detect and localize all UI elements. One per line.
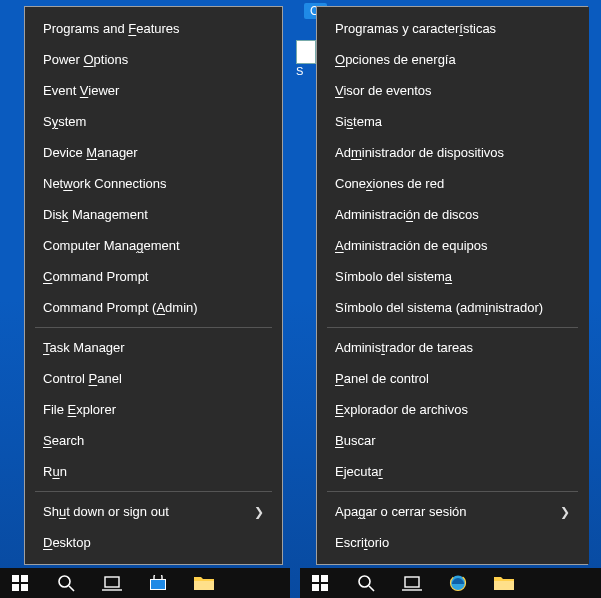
menu-item-apagar-o-cerrar-sesion[interactable]: Apagar o cerrar sesión❯: [317, 496, 588, 527]
menu-item-run[interactable]: Run: [25, 456, 282, 487]
start-taskbar-button[interactable]: [2, 569, 38, 597]
menu-item-label: Programas y características: [335, 21, 496, 36]
menu-item-label: Símbolo del sistema: [335, 269, 452, 284]
task-view-taskbar-button[interactable]: [94, 569, 130, 597]
taskbar-left: [0, 568, 290, 598]
task-view-icon: [102, 575, 122, 591]
menu-item-label: Explorador de archivos: [335, 402, 468, 417]
winx-menu-english[interactable]: Programs and FeaturesPower OptionsEvent …: [24, 6, 283, 565]
menu-separator: [35, 491, 272, 492]
menu-item-panel-de-control[interactable]: Panel de control: [317, 363, 588, 394]
menu-item-ejecutar[interactable]: Ejecutar: [317, 456, 588, 487]
menu-item-search[interactable]: Search: [25, 425, 282, 456]
svg-rect-12: [312, 584, 319, 591]
background-desktop-icon: S: [296, 40, 318, 77]
svg-rect-16: [405, 577, 419, 587]
winx-menu-spanish[interactable]: Programas y característicasOpciones de e…: [316, 6, 588, 565]
chevron-right-icon: ❯: [560, 505, 570, 519]
file-explorer-taskbar-button[interactable]: [186, 569, 222, 597]
menu-item-escritorio[interactable]: Escritorio: [317, 527, 588, 558]
svg-rect-10: [312, 575, 319, 582]
menu-item-explorador-de-archivos[interactable]: Explorador de archivos: [317, 394, 588, 425]
file-explorer-icon: [194, 575, 214, 591]
menu-item-label: Administrador de dispositivos: [335, 145, 504, 160]
menu-item-event-viewer[interactable]: Event Viewer: [25, 75, 282, 106]
store-taskbar-button[interactable]: [140, 569, 176, 597]
menu-item-label: Programs and Features: [43, 21, 180, 36]
menu-item-programas-y-caracteristicas[interactable]: Programas y características: [317, 13, 588, 44]
svg-rect-6: [105, 577, 119, 587]
svg-rect-0: [12, 575, 19, 582]
menu-separator: [35, 327, 272, 328]
file-explorer-taskbar-button[interactable]: [486, 569, 522, 597]
svg-line-5: [69, 586, 74, 591]
menu-item-label: Sistema: [335, 114, 382, 129]
search-icon: [57, 574, 75, 592]
menu-item-administracion-de-discos[interactable]: Administración de discos: [317, 199, 588, 230]
menu-item-label: Desktop: [43, 535, 91, 550]
menu-item-label: Símbolo del sistema (administrador): [335, 300, 543, 315]
menu-item-sistema[interactable]: Sistema: [317, 106, 588, 137]
menu-item-label: Power Options: [43, 52, 128, 67]
menu-item-task-manager[interactable]: Task Manager: [25, 332, 282, 363]
menu-item-administrador-de-tareas[interactable]: Administrador de tareas: [317, 332, 588, 363]
menu-item-system[interactable]: System: [25, 106, 282, 137]
menu-item-command-prompt-admin[interactable]: Command Prompt (Admin): [25, 292, 282, 323]
svg-rect-9: [194, 581, 214, 590]
menu-item-conexiones-de-red[interactable]: Conexiones de red: [317, 168, 588, 199]
menu-item-programs-and-features[interactable]: Programs and Features: [25, 13, 282, 44]
menu-separator: [327, 327, 578, 328]
menu-item-power-options[interactable]: Power Options: [25, 44, 282, 75]
menu-item-label: Administración de equipos: [335, 238, 487, 253]
svg-rect-11: [321, 575, 328, 582]
menu-item-label: Network Connections: [43, 176, 167, 191]
menu-item-opciones-de-energia[interactable]: Opciones de energía: [317, 44, 588, 75]
menu-item-administracion-de-equipos[interactable]: Administración de equipos: [317, 230, 588, 261]
task-view-taskbar-button[interactable]: [394, 569, 430, 597]
menu-item-label: Computer Management: [43, 238, 180, 253]
svg-line-15: [369, 586, 374, 591]
menu-item-label: Event Viewer: [43, 83, 119, 98]
menu-item-label: Device Manager: [43, 145, 138, 160]
search-taskbar-button[interactable]: [348, 569, 384, 597]
svg-rect-20: [494, 581, 514, 590]
menu-item-file-explorer[interactable]: File Explorer: [25, 394, 282, 425]
menu-item-label: Command Prompt: [43, 269, 148, 284]
menu-item-label: Administración de discos: [335, 207, 479, 222]
menu-item-label: Command Prompt (Admin): [43, 300, 198, 315]
menu-item-device-manager[interactable]: Device Manager: [25, 137, 282, 168]
menu-item-network-connections[interactable]: Network Connections: [25, 168, 282, 199]
menu-item-computer-management[interactable]: Computer Management: [25, 230, 282, 261]
svg-rect-3: [21, 584, 28, 591]
chevron-right-icon: ❯: [254, 505, 264, 519]
menu-item-label: Shut down or sign out: [43, 504, 169, 519]
menu-item-control-panel[interactable]: Control Panel: [25, 363, 282, 394]
menu-item-disk-management[interactable]: Disk Management: [25, 199, 282, 230]
menu-item-label: Administrador de tareas: [335, 340, 473, 355]
search-taskbar-button[interactable]: [48, 569, 84, 597]
menu-item-label: Buscar: [335, 433, 375, 448]
menu-item-label: File Explorer: [43, 402, 116, 417]
internet-explorer-icon: [449, 574, 467, 592]
menu-item-label: Ejecutar: [335, 464, 383, 479]
start-taskbar-button[interactable]: [302, 569, 338, 597]
menu-item-label: Task Manager: [43, 340, 125, 355]
menu-item-administrador-de-dispositivos[interactable]: Administrador de dispositivos: [317, 137, 588, 168]
menu-item-desktop[interactable]: Desktop: [25, 527, 282, 558]
menu-item-simbolo-del-sistema[interactable]: Símbolo del sistema: [317, 261, 588, 292]
menu-item-label: Opciones de energía: [335, 52, 456, 67]
store-icon: [149, 575, 167, 591]
menu-item-simbolo-del-sistema-admin[interactable]: Símbolo del sistema (administrador): [317, 292, 588, 323]
menu-item-label: Control Panel: [43, 371, 122, 386]
task-view-icon: [402, 575, 422, 591]
menu-item-label: Visor de eventos: [335, 83, 432, 98]
menu-separator: [327, 491, 578, 492]
menu-item-label: Apagar o cerrar sesión: [335, 504, 467, 519]
menu-item-shut-down-or-sign-out[interactable]: Shut down or sign out❯: [25, 496, 282, 527]
menu-item-visor-de-eventos[interactable]: Visor de eventos: [317, 75, 588, 106]
menu-item-buscar[interactable]: Buscar: [317, 425, 588, 456]
menu-item-label: Run: [43, 464, 67, 479]
file-explorer-icon: [494, 575, 514, 591]
internet-explorer-taskbar-button[interactable]: [440, 569, 476, 597]
menu-item-command-prompt[interactable]: Command Prompt: [25, 261, 282, 292]
